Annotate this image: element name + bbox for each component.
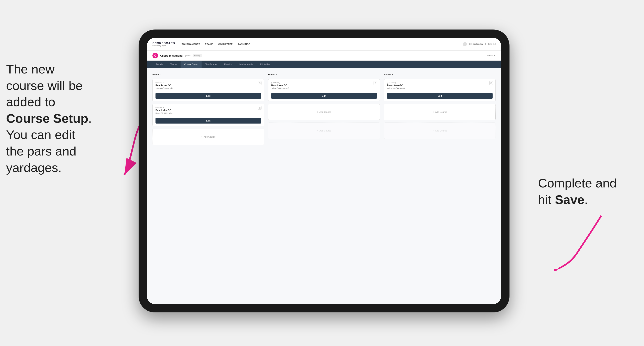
round-2-course-a-delete-button[interactable]: ⊟ [374, 81, 377, 85]
round-2-course-a-card: ⊟ (Course A) Peachtree GC Yellow (M) (66… [268, 79, 380, 101]
tab-nav: Details Teams Course Setup Tee Groups Re… [147, 61, 501, 68]
round-3-add-course-2-button: + Add Course [384, 123, 496, 139]
round-1-course-a-edit-button[interactable]: Edit [156, 93, 261, 99]
round-2-column: Round 2 ⊟ (Course A) Peachtree GC Yellow… [268, 73, 380, 145]
right-annotation: Complete and hit Save. [538, 175, 632, 208]
tablet-screen: SCOREBOARD Powered by clippd TOURNAMENTS… [147, 38, 501, 304]
avatar [463, 42, 467, 46]
plus-icon: + [317, 111, 318, 113]
tab-teams[interactable]: Teams [167, 61, 180, 68]
rounds-grid: Round 1 ⊟ (Course A) Peachtree GC Yellow… [152, 73, 496, 145]
main-content: Round 1 ⊟ (Course A) Peachtree GC Yellow… [147, 68, 501, 304]
round-3-course-a-label: (Course A) [387, 82, 492, 84]
round-3-course-a-edit-button[interactable]: Edit [387, 93, 492, 99]
round-1-course-a-delete-button[interactable]: ⊟ [258, 81, 262, 85]
close-icon: ✕ [494, 54, 496, 57]
sign-out-link[interactable]: Sign out [488, 43, 496, 45]
round-1-course-a-card: ⊟ (Course A) Peachtree GC Yellow (M) (66… [152, 79, 264, 101]
arrow-right-indicator [554, 214, 603, 271]
left-annotation: The new course will be added to Course S… [6, 61, 124, 176]
round-3-course-a-card: ⊟ (Course A) Peachtree GC Yellow (M) (66… [384, 79, 496, 101]
tournament-gender: (Men) [185, 54, 190, 57]
round-3-course-a-name: Peachtree GC [387, 84, 492, 87]
round-1-course-b-edit-button[interactable]: Edit [156, 118, 261, 124]
round-3-course-a-details: Yellow (M) (6629 yds) [387, 87, 492, 89]
tablet-frame: SCOREBOARD Powered by clippd TOURNAMENTS… [138, 29, 510, 312]
round-2-course-a-edit-button[interactable]: Edit [271, 93, 377, 99]
tab-leaderboards[interactable]: Leaderboards [236, 61, 256, 68]
round-1-course-b-label: (Course B) [156, 106, 261, 109]
round-2-course-a-details: Yellow (M) (6629 yds) [271, 87, 377, 89]
tournament-name: Clippd Invitational [160, 54, 183, 57]
round-1-column: Round 1 ⊟ (Course A) Peachtree GC Yellow… [152, 73, 264, 145]
nav-left: SCOREBOARD Powered by clippd TOURNAMENTS… [152, 41, 250, 47]
logo-title: SCOREBOARD [152, 41, 175, 45]
round-1-course-b-card: ⊟ (Course B) East Lake GC Black (M) (689… [152, 104, 264, 126]
nav-link-teams[interactable]: TEAMS [205, 43, 214, 45]
user-email: blair@clippd.io [469, 43, 483, 45]
tournament-info: C Clippd Invitational (Men) Hosting [152, 53, 202, 58]
round-3-title: Round 3 [384, 73, 496, 76]
clippd-logo: C [152, 53, 158, 58]
top-nav: SCOREBOARD Powered by clippd TOURNAMENTS… [147, 38, 501, 51]
round-1-course-a-details: Yellow (M) (6629 yds) [156, 87, 261, 89]
hosting-badge: Hosting [192, 54, 202, 57]
nav-links: TOURNAMENTS TEAMS COMMITTEE RANKINGS [182, 43, 250, 45]
plus-icon: + [317, 130, 318, 132]
tab-tee-groups[interactable]: Tee Groups [202, 61, 220, 68]
plus-icon: + [201, 136, 202, 138]
round-3-course-a-delete-button[interactable]: ⊟ [489, 81, 493, 85]
nav-right: blair@clippd.io | Sign out [463, 42, 496, 46]
round-1-course-b-delete-button[interactable]: ⊟ [258, 106, 262, 110]
round-1-course-b-name: East Lake GC [156, 109, 261, 112]
logo-subtitle: Powered by clippd [152, 45, 175, 47]
round-1-course-a-label: (Course A) [156, 82, 261, 84]
round-2-course-a-name: Peachtree GC [271, 84, 377, 87]
nav-link-tournaments[interactable]: TOURNAMENTS [182, 43, 200, 45]
tab-results[interactable]: Results [220, 61, 236, 68]
round-2-course-a-label: (Course A) [271, 82, 377, 84]
nav-link-committee[interactable]: COMMITTEE [218, 43, 233, 45]
round-3-add-course-button[interactable]: + Add Course [384, 104, 496, 120]
round-1-add-course-button[interactable]: + Add Course [152, 129, 264, 145]
round-2-add-course-button[interactable]: + Add Course [268, 104, 380, 120]
round-3-column: Round 3 ⊟ (Course A) Peachtree GC Yellow… [384, 73, 496, 145]
round-1-course-a-name: Peachtree GC [156, 84, 261, 87]
cancel-button[interactable]: Cancel ✕ [486, 54, 496, 57]
tab-details[interactable]: Details [152, 61, 167, 68]
nav-link-rankings[interactable]: RANKINGS [238, 43, 250, 45]
plus-icon: + [433, 130, 434, 132]
round-2-add-course-2-button: + Add Course [268, 123, 380, 139]
scoreboard-logo: SCOREBOARD Powered by clippd [152, 41, 175, 47]
round-1-course-b-details: Black (M) (6891 yds) [156, 112, 261, 114]
round-2-title: Round 2 [268, 73, 380, 76]
sub-header: C Clippd Invitational (Men) Hosting Canc… [147, 51, 501, 61]
tab-printables[interactable]: Printables [256, 61, 274, 68]
tab-course-setup[interactable]: Course Setup [180, 61, 202, 68]
plus-icon: + [433, 111, 434, 113]
round-1-title: Round 1 [152, 73, 264, 76]
